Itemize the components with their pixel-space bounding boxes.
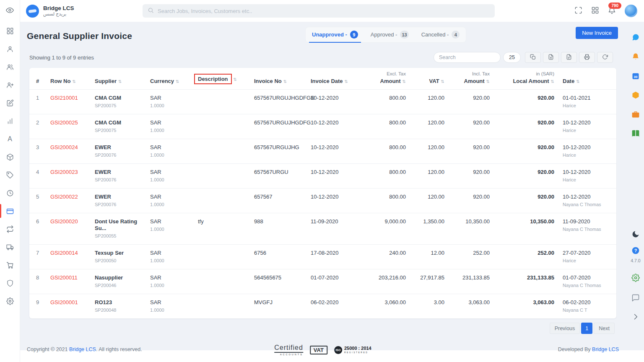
notifications-button[interactable]: 790 xyxy=(608,7,616,15)
col-header-row_no[interactable]: Row No⇅ xyxy=(46,68,91,90)
col-header-currency[interactable]: Currency⇅ xyxy=(146,68,194,90)
col-header-excl_tax[interactable]: Excl. TaxAmount⇅ xyxy=(361,68,410,90)
row-no-link[interactable]: GSI200023 xyxy=(50,169,78,175)
user-icon xyxy=(6,45,14,53)
cell-date: 10-12-2020Harice xyxy=(558,114,616,139)
sidebar-item-shield[interactable] xyxy=(0,274,20,292)
sidebar-item-edit[interactable] xyxy=(0,94,20,112)
cell-incl-tax-amount: 920.00 xyxy=(449,139,494,164)
page-size-select[interactable]: 25 xyxy=(503,52,521,63)
col-header-vat[interactable]: VAT⇅ xyxy=(410,68,449,90)
refresh-icon xyxy=(602,54,608,61)
cell-currency: SAR1.0000 xyxy=(146,139,194,164)
sidebar-item-clock[interactable] xyxy=(0,184,20,202)
tab-cancelled[interactable]: Cancelled -4 xyxy=(415,27,466,42)
chevron-right-icon[interactable] xyxy=(631,312,640,321)
sidebar-item-tag[interactable] xyxy=(0,166,20,184)
table-search-input[interactable] xyxy=(434,52,501,63)
apps-menu-button[interactable] xyxy=(591,7,599,15)
cell-index: 9 xyxy=(29,294,46,319)
cell-vat: 120.00 xyxy=(410,189,449,213)
cell-description xyxy=(194,245,250,269)
col-header-invoice_date[interactable]: Invoice Date⇅ xyxy=(306,68,361,90)
developer-link[interactable]: Bridge LCS xyxy=(592,346,619,352)
previous-page-button[interactable]: Previous xyxy=(550,323,580,334)
page-number-1[interactable]: 1 xyxy=(581,323,592,334)
sidebar-toggle[interactable] xyxy=(0,0,20,22)
global-search-input[interactable] xyxy=(158,8,490,14)
sidebar-item-bar-chart[interactable] xyxy=(0,112,20,130)
sidebar-item-credit-card[interactable] xyxy=(0,202,20,220)
sidebar-item-letter-a[interactable]: A xyxy=(0,130,20,148)
user-avatar[interactable] xyxy=(625,5,637,17)
showing-entries-text: Showing 1 to 9 of 9 entries xyxy=(29,54,94,61)
letter-a-icon: A xyxy=(6,135,14,143)
cell-excl-tax-amount: 203,216.00 xyxy=(361,269,410,294)
excel-button[interactable] xyxy=(543,52,559,63)
cell-row-no: GSI200001 xyxy=(46,294,91,319)
col-header-supplier[interactable]: Supplier⇅ xyxy=(91,68,146,90)
col-header-invoice_no[interactable]: Invoice No⇅ xyxy=(250,68,306,90)
briefcase-icon[interactable] xyxy=(631,110,640,119)
cube-icon[interactable] xyxy=(631,90,640,100)
sidebar-item-package[interactable] xyxy=(0,148,20,166)
cell-local-amount: 920.00 xyxy=(494,90,558,114)
row-no-link[interactable]: GSI200014 xyxy=(50,250,78,256)
message-square-icon[interactable] xyxy=(631,293,640,303)
sidebar-item-users[interactable] xyxy=(0,58,20,76)
pdf-button[interactable] xyxy=(561,52,577,63)
tab-unapproved[interactable]: Unapproved -9 xyxy=(306,27,364,42)
help-icon[interactable]: ? xyxy=(631,246,640,255)
cell-currency: SAR1.0000 xyxy=(146,164,194,189)
sort-icon: ⇅ xyxy=(486,79,490,84)
row-no-link[interactable]: GSI200001 xyxy=(50,299,78,305)
shield-icon xyxy=(6,279,14,287)
calendar-icon[interactable]: 30 xyxy=(631,71,640,80)
copyright-text: Copyright © 2021 xyxy=(27,346,69,352)
book-icon[interactable] xyxy=(631,129,640,138)
row-no-link[interactable]: GSI200025 xyxy=(50,119,78,126)
settings-icon[interactable] xyxy=(631,273,640,282)
row-no-link[interactable]: GSI200011 xyxy=(50,274,78,281)
svg-text:?: ? xyxy=(634,248,637,253)
footer-brand-link[interactable]: Bridge LCS xyxy=(69,346,96,352)
sidebar-item-settings[interactable] xyxy=(0,292,20,310)
cell-index: 4 xyxy=(29,164,46,189)
invoice-row: 1GSI210001CMA CGMSP200075SAR1.0000657567… xyxy=(29,90,616,114)
sidebar-item-repeat[interactable] xyxy=(0,220,20,238)
row-no-link[interactable]: GSI200022 xyxy=(50,194,78,200)
cell-invoice-no: MVGFJ xyxy=(250,294,306,319)
sidebar-item-cart[interactable] xyxy=(0,256,20,274)
cell-date: 10-12-2020Nayana C Thomas xyxy=(558,189,616,213)
sidebar-item-user[interactable] xyxy=(0,40,20,58)
cell-invoice-date: 10-12-2020 xyxy=(306,139,361,164)
print-icon xyxy=(584,54,590,61)
print-button[interactable] xyxy=(579,52,595,63)
new-invoice-button[interactable]: New Invoice xyxy=(576,27,618,39)
brand[interactable]: Bridge LCS بريدج لسس xyxy=(26,5,74,18)
cell-description xyxy=(194,294,250,319)
fullscreen-button[interactable] xyxy=(574,7,582,15)
copy-button[interactable] xyxy=(525,52,541,63)
row-no-link[interactable]: GSI200020 xyxy=(50,218,78,225)
cell-index: 6 xyxy=(29,213,46,245)
row-no-link[interactable]: GSI210001 xyxy=(50,95,78,101)
col-header-date[interactable]: Date⇅ xyxy=(558,68,616,90)
col-header-incl_tax[interactable]: Incl. TaxAmount⇅ xyxy=(449,68,494,90)
message-circle-icon[interactable] xyxy=(631,33,640,42)
sidebar-item-truck[interactable] xyxy=(0,238,20,256)
bar-chart-icon xyxy=(6,117,14,125)
cell-excl-tax-amount: 240.00 xyxy=(361,245,410,269)
tab-approved[interactable]: Approved -13 xyxy=(364,27,415,42)
sidebar-item-grid[interactable] xyxy=(0,22,20,40)
sort-icon: ⇅ xyxy=(576,79,579,84)
next-page-button[interactable]: Next xyxy=(594,323,615,334)
refresh-button[interactable] xyxy=(597,52,613,63)
brand-logo-icon xyxy=(26,5,39,18)
sidebar-item-user-plus[interactable] xyxy=(0,76,20,94)
col-header-local_amount[interactable]: in (SAR)Local Amount⇅ xyxy=(494,68,558,90)
bell-solid-icon[interactable] xyxy=(631,52,640,61)
row-no-link[interactable]: GSI200024 xyxy=(50,144,78,150)
col-header-description[interactable]: Description⇅ xyxy=(194,68,250,90)
moon-icon[interactable] xyxy=(631,230,640,239)
